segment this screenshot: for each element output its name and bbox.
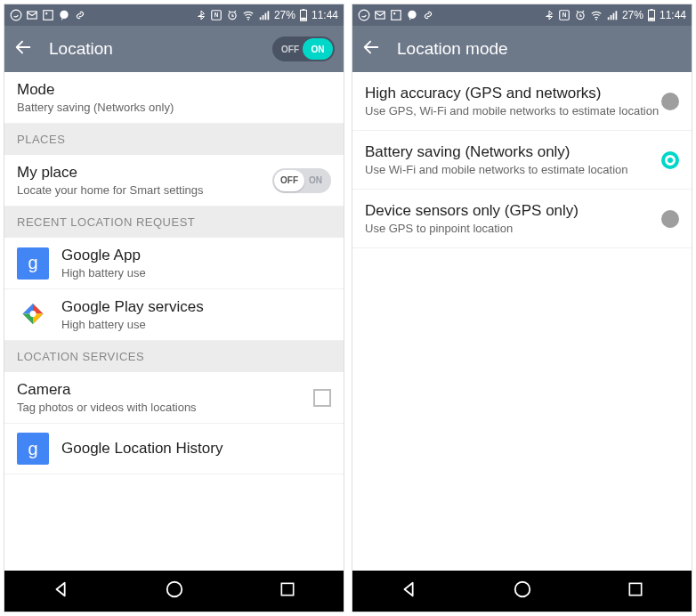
google-icon: g <box>17 247 49 280</box>
svg-point-4 <box>60 11 68 19</box>
mode-sub: Battery saving (Networks only) <box>17 101 331 114</box>
battery-pct: 27% <box>622 9 643 21</box>
page-title: Location <box>49 39 113 59</box>
option-sub: Use Wi-Fi and mobile networks to estimat… <box>365 163 661 176</box>
svg-point-3 <box>45 12 47 14</box>
service-sub: Tag photos or videos with locations <box>17 401 313 414</box>
recent-title: Google App <box>61 247 331 264</box>
clock-text: 11:44 <box>660 9 686 21</box>
nav-back-icon[interactable] <box>400 580 419 603</box>
alarm-icon <box>226 9 239 21</box>
svg-point-0 <box>11 10 21 20</box>
service-row[interactable]: Camera Tag photos or videos with locatio… <box>4 372 344 424</box>
mode-row[interactable]: Mode Battery saving (Networks only) <box>4 72 344 124</box>
image-icon <box>390 9 402 21</box>
svg-rect-33 <box>608 17 610 20</box>
back-icon[interactable] <box>361 37 381 61</box>
nfc-icon: N <box>558 9 571 21</box>
service-title: Camera <box>17 381 313 399</box>
svg-point-24 <box>359 10 369 20</box>
section-places: PLACES <box>4 124 344 155</box>
svg-text:N: N <box>562 12 567 18</box>
nav-bar <box>4 571 344 612</box>
nav-home-icon[interactable] <box>165 580 184 603</box>
battery-pct: 27% <box>274 9 295 21</box>
service-title: Google Location History <box>61 440 331 458</box>
svg-rect-9 <box>260 17 262 20</box>
option-title: Device sensors only (GPS only) <box>365 202 661 220</box>
svg-text:N: N <box>214 12 219 18</box>
svg-point-27 <box>393 12 395 14</box>
section-recent: RECENT LOCATION REQUEST <box>4 207 344 238</box>
nav-recent-icon[interactable] <box>279 580 296 602</box>
mail-icon <box>374 9 386 21</box>
option-sub: Use GPS, Wi-Fi and mobile networks to es… <box>365 104 661 118</box>
phone-right: N 27% 11:44 Location mode High accuracy … <box>352 4 692 612</box>
svg-point-22 <box>167 582 182 597</box>
nav-home-icon[interactable] <box>513 580 532 603</box>
svg-rect-14 <box>303 9 305 10</box>
myplace-toggle[interactable]: OFF ON <box>272 168 331 193</box>
content-area: Mode Battery saving (Networks only) PLAC… <box>4 72 344 571</box>
svg-rect-39 <box>649 18 654 20</box>
app-bar: Location OFF ON <box>4 26 344 72</box>
status-bar: N 27% 11:44 <box>4 4 344 26</box>
radio-button[interactable] <box>661 93 679 110</box>
toggle-on-knob: ON <box>303 38 333 60</box>
chat-icon <box>406 9 418 21</box>
nav-back-icon[interactable] <box>52 580 71 603</box>
myplace-sub: Locate your home for Smart settings <box>17 183 272 197</box>
chat-icon <box>58 9 70 21</box>
recent-sub: High battery use <box>61 266 331 280</box>
back-icon[interactable] <box>13 37 33 61</box>
myplace-row[interactable]: My place Locate your home for Smart sett… <box>4 155 344 207</box>
page-title: Location mode <box>397 39 508 59</box>
mail-icon <box>26 9 38 21</box>
nav-recent-icon[interactable] <box>627 580 644 602</box>
google-icon: g <box>17 433 49 465</box>
svg-rect-15 <box>301 18 306 20</box>
recent-sub: High battery use <box>61 318 331 331</box>
alarm-icon <box>574 9 587 21</box>
radio-button[interactable] <box>661 210 679 228</box>
option-title: Battery saving (Networks only) <box>365 143 661 161</box>
svg-rect-11 <box>265 13 267 20</box>
recent-row[interactable]: g Google App High battery use <box>4 238 344 289</box>
service-row[interactable]: g Google Location History <box>4 424 344 474</box>
whatsapp-icon <box>10 9 22 21</box>
status-bar: N 27% 11:44 <box>352 4 692 26</box>
myplace-title: My place <box>17 164 272 182</box>
battery-icon <box>299 9 308 21</box>
toggle-off-label: OFF <box>281 45 299 54</box>
svg-rect-10 <box>263 15 264 20</box>
svg-rect-36 <box>615 11 617 20</box>
bluetooth-icon <box>544 10 554 20</box>
svg-rect-35 <box>613 13 615 20</box>
app-bar: Location mode <box>352 26 692 72</box>
bluetooth-icon <box>196 10 206 20</box>
camera-checkbox[interactable] <box>313 389 331 407</box>
mode-option-row[interactable]: Device sensors only (GPS only) Use GPS t… <box>352 190 692 248</box>
mode-option-row[interactable]: Battery saving (Networks only) Use Wi-Fi… <box>352 131 692 190</box>
toggle-off-knob: OFF <box>274 170 304 191</box>
svg-point-40 <box>515 582 530 597</box>
option-title: High accuracy (GPS and networks) <box>365 85 661 102</box>
phone-left: N 27% 11:44 Location OFF ON Mode Battery… <box>4 4 344 612</box>
svg-point-8 <box>247 19 249 20</box>
svg-rect-38 <box>651 9 653 10</box>
play-services-icon <box>17 299 49 331</box>
recent-title: Google Play services <box>61 298 331 316</box>
wifi-icon <box>242 9 255 21</box>
mode-option-row[interactable]: High accuracy (GPS and networks) Use GPS… <box>352 72 692 131</box>
svg-point-28 <box>408 11 416 19</box>
svg-rect-2 <box>44 11 53 20</box>
content-area: High accuracy (GPS and networks) Use GPS… <box>352 72 692 571</box>
signal-icon <box>606 9 619 21</box>
location-toggle[interactable]: OFF ON <box>272 36 335 61</box>
recent-row[interactable]: Google Play services High battery use <box>4 289 344 341</box>
section-services: LOCATION SERVICES <box>4 341 344 372</box>
toggle-on-label: ON <box>309 175 322 185</box>
svg-rect-23 <box>281 583 293 595</box>
radio-button-selected[interactable] <box>661 151 679 169</box>
signal-icon <box>258 9 271 21</box>
